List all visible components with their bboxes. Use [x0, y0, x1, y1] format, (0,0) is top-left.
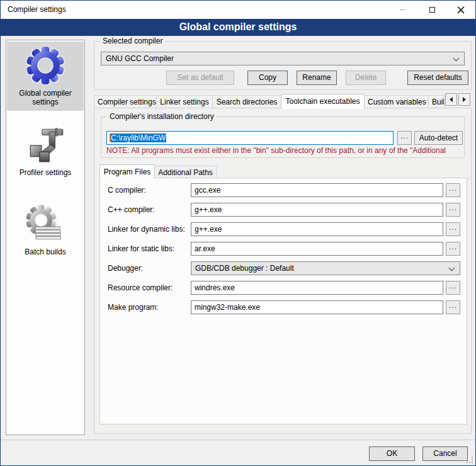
browse-linker-static-button[interactable]: ...	[446, 242, 460, 256]
delete-button[interactable]: Delete	[346, 71, 386, 85]
field-row-make-program: Make program: ...	[108, 300, 460, 314]
linker-dynamic-input[interactable]	[191, 222, 443, 236]
debugger-select[interactable]: GDB/CDB debugger : Default	[191, 261, 460, 275]
field-label: C compiler:	[108, 186, 191, 195]
toolchain-executables-panel: Compiler's installation directory C:\ray…	[94, 108, 472, 434]
field-label: Linker for static libs:	[108, 244, 191, 253]
window-title: Compiler settings	[8, 5, 66, 14]
set-as-default-button[interactable]: Set as default	[166, 71, 234, 85]
tab-linker-settings[interactable]: Linker settings	[156, 95, 213, 108]
minimize-icon	[400, 9, 406, 10]
selected-path-text: C:\raylib\MinGW	[111, 134, 166, 142]
close-button[interactable]: ×	[446, 1, 475, 19]
browse-resource-compiler-button[interactable]: ...	[446, 281, 460, 295]
tab-compiler-settings[interactable]: Compiler settings	[94, 95, 157, 108]
linker-static-input[interactable]	[191, 242, 443, 256]
installation-directory-group: Compiler's installation directory C:\ray…	[101, 116, 465, 158]
tab-build-options-truncated[interactable]: Builc	[428, 95, 445, 108]
page-title: Global compiler settings	[1, 19, 475, 36]
settings-category-list: Global compiler settings	[6, 40, 85, 435]
installation-directory-input[interactable]: C:\raylib\MinGW	[106, 131, 394, 145]
browse-linker-dynamic-button[interactable]: ...	[446, 222, 460, 236]
field-row-cpp-compiler: C++ compiler: ...	[108, 203, 460, 217]
selected-compiler-group-label: Selected compiler	[100, 37, 165, 45]
reset-defaults-button[interactable]: Reset defaults	[407, 71, 468, 85]
tab-scroll-right-button[interactable]	[458, 93, 470, 106]
field-row-linker-static: Linker for static libs: ...	[108, 242, 460, 256]
tab-additional-paths[interactable]: Additional Paths	[154, 166, 217, 178]
compiler-select[interactable]: GNU GCC Compiler	[101, 52, 465, 65]
minimize-button[interactable]	[388, 1, 417, 19]
dialog-body: Global compiler settings	[1, 36, 475, 465]
field-label: C++ compiler:	[108, 205, 191, 214]
compiler-settings-dialog: Compiler settings × Global compiler sett…	[0, 0, 476, 466]
resize-grip-icon[interactable]	[467, 457, 473, 463]
field-row-debugger: Debugger: GDB/CDB debugger : Default	[108, 261, 460, 275]
field-label: Make program:	[108, 303, 191, 312]
ok-button[interactable]: OK	[369, 446, 415, 461]
copy-button[interactable]: Copy	[247, 71, 288, 85]
field-row-linker-dynamic: Linker for dynamic libs: ...	[108, 222, 460, 236]
field-row-resource-compiler: Resource compiler: ...	[108, 281, 460, 295]
c-compiler-input[interactable]	[191, 183, 443, 197]
batch-builds-icon	[25, 203, 66, 245]
browse-directory-button[interactable]: ...	[397, 131, 412, 145]
titlebar[interactable]: Compiler settings ×	[1, 1, 475, 19]
selected-compiler-group: Selected compiler GNU GCC Compiler Set a…	[94, 41, 472, 90]
field-label: Linker for dynamic libs:	[108, 225, 191, 234]
field-row-c-compiler: C compiler: ...	[108, 183, 460, 197]
program-files-tab-strip: Program Files Additional Paths	[99, 164, 216, 178]
sidebar-item-label: Batch builds	[25, 247, 65, 256]
tab-toolchain-executables[interactable]: Toolchain executables	[281, 94, 365, 109]
footer-divider	[1, 440, 475, 440]
arrow-left-icon	[447, 97, 453, 102]
sidebar-item-global-compiler-settings[interactable]: Global compiler settings	[7, 42, 84, 111]
blue-gear-icon	[25, 45, 66, 86]
tab-custom-variables[interactable]: Custom variables	[364, 95, 429, 108]
sidebar-item-profiler-settings[interactable]: Profiler settings	[7, 121, 84, 181]
arrow-right-icon	[463, 97, 468, 102]
make-program-input[interactable]	[191, 300, 443, 314]
cancel-button[interactable]: Cancel	[422, 446, 468, 461]
chevron-down-icon	[453, 55, 460, 62]
tab-search-directories[interactable]: Search directories	[212, 95, 281, 108]
tab-scroll-left-button[interactable]	[445, 93, 457, 106]
settings-tab-strip: Compiler settings Linker settings Search…	[94, 93, 472, 108]
cpp-compiler-input[interactable]	[191, 203, 443, 217]
resource-compiler-input[interactable]	[191, 281, 443, 295]
rename-button[interactable]: Rename	[297, 71, 337, 85]
program-files-page: C compiler: ... C++ compiler: ... Linker…	[99, 178, 467, 424]
note-text: NOTE: All programs must exist either in …	[106, 146, 463, 155]
sidebar-item-label: Profiler settings	[20, 168, 72, 177]
maximize-icon	[429, 7, 435, 13]
sidebar-item-label: Global compiler settings	[8, 89, 82, 106]
installation-directory-group-label: Compiler's installation directory	[107, 112, 217, 121]
maximize-button[interactable]	[417, 1, 446, 19]
sidebar-item-batch-builds[interactable]: Batch builds	[7, 200, 84, 261]
caliper-icon	[25, 124, 66, 166]
browse-c-compiler-button[interactable]: ...	[446, 183, 460, 197]
tab-program-files[interactable]: Program Files	[99, 164, 155, 179]
browse-cpp-compiler-button[interactable]: ...	[446, 203, 460, 217]
auto-detect-button[interactable]: Auto-detect	[414, 131, 463, 145]
field-label: Resource compiler:	[108, 283, 191, 292]
field-label: Debugger:	[108, 264, 191, 273]
chevron-down-icon	[449, 265, 455, 271]
browse-make-program-button[interactable]: ...	[446, 300, 460, 314]
compiler-select-value: GNU GCC Compiler	[106, 54, 174, 63]
debugger-select-value: GDB/CDB debugger : Default	[195, 264, 294, 273]
close-icon: ×	[456, 4, 466, 16]
